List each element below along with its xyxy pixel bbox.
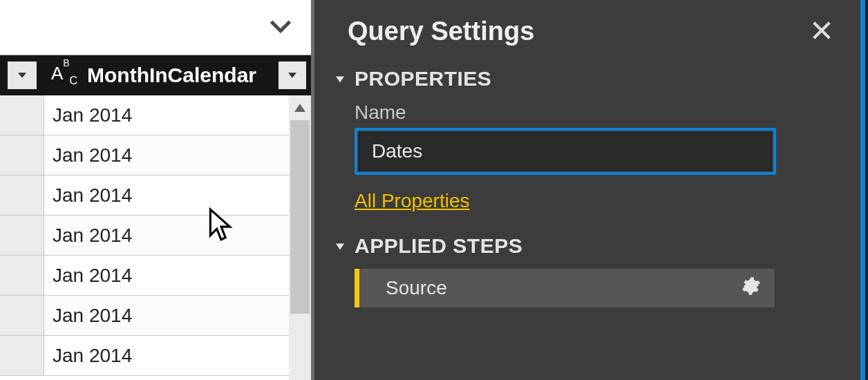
cell[interactable]: Jan 2014 bbox=[44, 175, 311, 215]
row-header[interactable] bbox=[0, 296, 44, 335]
scroll-thumb[interactable] bbox=[290, 120, 310, 314]
cell[interactable]: Jan 2014 bbox=[44, 336, 311, 375]
cell[interactable]: Jan 2014 bbox=[44, 256, 311, 295]
properties-section: PROPERTIES Name All Properties bbox=[314, 67, 865, 212]
step-active-marker bbox=[355, 269, 359, 307]
cell[interactable]: Jan 2014 bbox=[44, 296, 311, 335]
row-header[interactable] bbox=[0, 95, 44, 135]
table-row[interactable]: Jan 2014 bbox=[0, 95, 311, 135]
step-label: Source bbox=[359, 277, 742, 299]
grid-body: Jan 2014 Jan 2014 Jan 2014 Jan 2014 Jan … bbox=[0, 95, 311, 380]
data-grid-pane: ABC MonthInCalendar Jan 2014 Jan 2014 Ja… bbox=[0, 0, 314, 380]
table-row[interactable]: Jan 2014 bbox=[0, 175, 311, 216]
query-name-input[interactable] bbox=[359, 132, 772, 171]
applied-steps-list: Source bbox=[355, 269, 775, 307]
gear-icon[interactable] bbox=[742, 276, 775, 301]
row-header[interactable] bbox=[0, 216, 44, 255]
scroll-up-icon[interactable] bbox=[289, 95, 311, 120]
close-icon[interactable] bbox=[810, 19, 833, 45]
cell[interactable]: Jan 2014 bbox=[44, 135, 311, 175]
formula-bar[interactable] bbox=[0, 0, 311, 55]
properties-section-header[interactable]: PROPERTIES bbox=[334, 67, 833, 91]
column-filter-button[interactable] bbox=[274, 55, 311, 95]
select-all-cell[interactable] bbox=[0, 55, 44, 95]
collapse-triangle-icon bbox=[334, 234, 346, 258]
svg-marker-2 bbox=[294, 104, 305, 112]
column-type-icon[interactable]: ABC bbox=[44, 55, 84, 95]
cell[interactable]: Jan 2014 bbox=[44, 216, 311, 255]
table-row[interactable]: Jan 2014 bbox=[0, 135, 311, 175]
all-properties-link[interactable]: All Properties bbox=[355, 190, 470, 211]
row-header[interactable] bbox=[0, 135, 44, 175]
query-settings-panel: Query Settings PROPERTIES Name All Prope… bbox=[314, 0, 868, 380]
name-input-wrap bbox=[355, 128, 776, 175]
applied-step-item[interactable]: Source bbox=[355, 269, 775, 307]
right-accent-bar bbox=[860, 0, 865, 380]
name-field-label: Name bbox=[355, 102, 833, 124]
column-header-row: ABC MonthInCalendar bbox=[0, 55, 311, 95]
vertical-scrollbar[interactable] bbox=[289, 95, 311, 380]
svg-marker-0 bbox=[18, 73, 26, 78]
panel-title: Query Settings bbox=[348, 17, 534, 46]
row-header[interactable] bbox=[0, 175, 44, 215]
table-row[interactable]: Jan 2014 bbox=[0, 216, 311, 256]
properties-section-label: PROPERTIES bbox=[355, 67, 491, 91]
row-header[interactable] bbox=[0, 336, 44, 375]
applied-steps-section: APPLIED STEPS Source bbox=[314, 234, 865, 307]
column-header-label[interactable]: MonthInCalendar bbox=[84, 64, 274, 87]
cursor-icon bbox=[207, 207, 235, 245]
row-header[interactable] bbox=[0, 256, 44, 295]
table-row[interactable]: Jan 2014 bbox=[0, 256, 311, 296]
collapse-triangle-icon bbox=[334, 67, 346, 91]
applied-steps-section-label: APPLIED STEPS bbox=[355, 234, 522, 258]
svg-marker-6 bbox=[336, 244, 344, 250]
svg-marker-1 bbox=[288, 73, 296, 78]
cell[interactable]: Jan 2014 bbox=[44, 95, 311, 135]
table-row[interactable]: Jan 2014 bbox=[0, 336, 311, 376]
table-row[interactable]: Jan 2014 bbox=[0, 296, 311, 336]
applied-steps-section-header[interactable]: APPLIED STEPS bbox=[334, 234, 833, 258]
chevron-down-icon[interactable] bbox=[267, 12, 294, 43]
svg-marker-5 bbox=[336, 77, 344, 83]
